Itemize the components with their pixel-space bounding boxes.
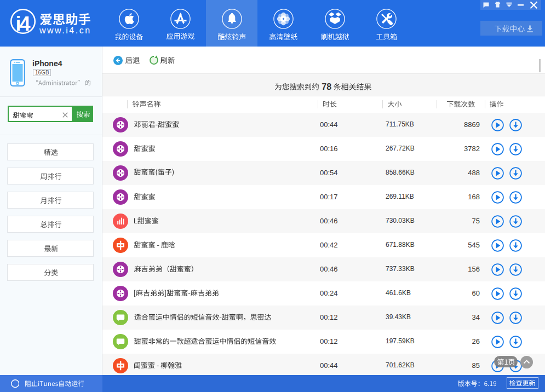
- svg-text:i4: i4: [16, 13, 31, 35]
